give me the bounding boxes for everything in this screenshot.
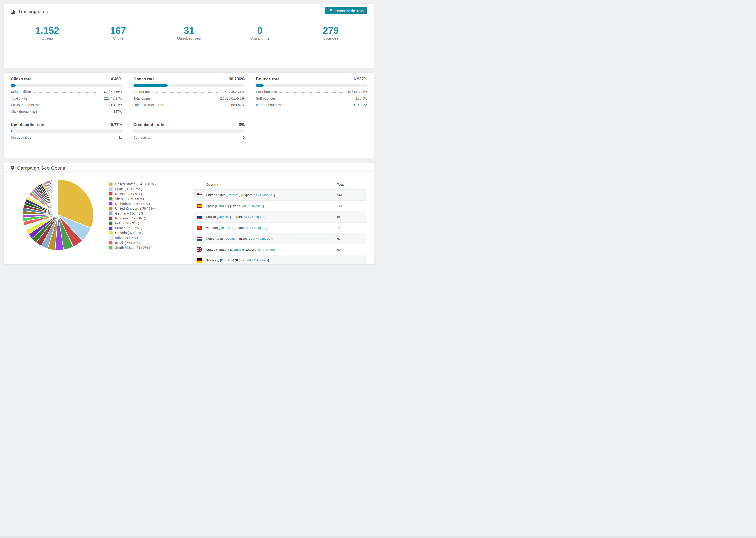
export-icon [329, 9, 333, 13]
legend-label: Russia ( 86 / 5% ) [115, 192, 142, 196]
stat-value: 167 [83, 26, 153, 35]
progress-bar-fill [134, 83, 168, 87]
legend-item: Canada ( 40 / 2% ) [109, 231, 156, 236]
export-basic-stats-button[interactable]: Export basic stats [325, 7, 367, 14]
total-cell: 67 [337, 237, 366, 241]
rate-stat-row: Unsubscribes31 [11, 135, 122, 139]
details-link[interactable]: Details › [220, 226, 232, 230]
legend-label: United States ( 541 / 31% ) [115, 182, 156, 186]
details-link[interactable]: Details › [225, 237, 237, 241]
stat-value: 0 [225, 26, 295, 35]
legend-swatch [109, 202, 113, 206]
country-flag-icon-vn [196, 226, 202, 230]
legend-label: Spain ( 121 / 7% ) [115, 187, 142, 191]
details-link[interactable]: Details › [221, 259, 233, 262]
rate-stat-row: Opens to clicks rate689.82% [134, 103, 244, 107]
rate-rows: Hard bounces242 / 86.738%Soft bounces18 … [256, 89, 367, 107]
stat-box: 31Unsubscribes [154, 19, 225, 52]
stat-label: Bounces [296, 36, 366, 41]
rate-stat-value: 4.147% [111, 110, 122, 113]
column-header-total: Total [337, 183, 366, 187]
rate-stat-value: 18 / 0% [356, 96, 367, 100]
legend-item: Netherlands ( 67 / 4% ) [109, 201, 156, 206]
table-row: Germany [Details ›] [Export: All › / Uni… [193, 255, 366, 265]
export-all-link[interactable]: All › [253, 193, 259, 197]
legend-swatch [109, 231, 113, 235]
rate-block-header: Complaints rate0% [134, 123, 244, 127]
details-link[interactable]: Details › [231, 248, 243, 251]
rate-stat-label: Unique clicks [11, 90, 31, 94]
export-all-link[interactable]: All › [247, 259, 253, 262]
legend-item: Vietnam ( 79 / 5% ) [109, 196, 156, 201]
rate-stat-value: 167 / 4.456% [102, 90, 122, 94]
export-unique-link[interactable]: Unique › [260, 237, 272, 241]
export-unique-link[interactable]: Unique › [250, 204, 263, 208]
rate-stat-label: Complaints [134, 136, 150, 139]
export-unique-link[interactable]: Unique › [252, 215, 265, 219]
rate-stat-value: 19 / 6.81% [351, 103, 367, 107]
rate-block-header: Unsubscribe rate0.77% [11, 123, 122, 127]
export-all-link[interactable]: All › [251, 237, 257, 241]
legend-label: Canada ( 40 / 2% ) [115, 231, 143, 235]
export-all-link[interactable]: All › [245, 226, 251, 230]
rate-stat-value: 220 / 5.87% [104, 96, 122, 100]
legend-item: Spain ( 121 / 7% ) [109, 187, 156, 191]
rate-value: 4.46% [111, 77, 122, 81]
geo-opens-pie-chart[interactable] [22, 178, 94, 251]
legend-label: Romania ( 49 / 3% ) [115, 216, 145, 220]
export-unique-link[interactable]: Unique › [254, 226, 266, 230]
table-header-row: Country Total [193, 179, 366, 190]
progress-bar [256, 83, 367, 87]
legend-item: Brazil ( 33 / 2% ) [109, 241, 156, 245]
country-flag-icon-ru [196, 215, 202, 219]
stat-label: Complaints [225, 36, 295, 41]
legend-swatch [109, 221, 113, 225]
country-flag-icon-nl [196, 237, 202, 241]
export-unique-link[interactable]: Unique › [255, 259, 268, 262]
export-all-link[interactable]: All › [244, 215, 249, 219]
legend-item: France ( 42 / 2% ) [109, 226, 156, 231]
export-all-link[interactable]: All › [257, 248, 262, 251]
stat-box: 1,152Opens [12, 19, 83, 52]
total-cell: 541 [337, 193, 366, 197]
pie-slice[interactable] [58, 179, 58, 215]
progress-bar-fill [11, 129, 12, 133]
export-all-link[interactable]: All › [242, 204, 248, 208]
rate-stat-value: 14.497% [109, 103, 122, 107]
table-row: Russia [Details ›] [Export: All › / Uniq… [193, 211, 366, 223]
geo-opens-title: Campaign Geo Opens [17, 166, 65, 171]
dotted-leader [283, 106, 349, 106]
column-header-country: Country [206, 183, 218, 187]
details-link[interactable]: Details › [216, 204, 228, 208]
progress-bar-fill [256, 83, 264, 87]
stat-label: Opens [12, 36, 82, 41]
country-cell: Russia [Details ›] [Export: All › / Uniq… [206, 215, 266, 219]
rate-block: Clicks rate4.46%Unique clicks167 / 4.456… [11, 77, 122, 116]
stat-value: 31 [154, 26, 225, 35]
dotted-leader [29, 99, 102, 99]
legend-label: United Kingdom ( 59 / 3% ) [115, 207, 156, 210]
rate-block: Unsubscribe rate0.77%Unsubscribes31 [11, 123, 122, 161]
country-cell: Spain [Details ›] [Export: All › / Uniqu… [206, 204, 264, 208]
rate-stat-label: Total opens [134, 96, 151, 100]
legend-swatch [109, 245, 113, 249]
rate-block: Complaints rate0%Complaints0 [134, 123, 244, 161]
stat-value: 279 [296, 26, 366, 35]
country-cell: United Kingdom [Details ›] [Export: All … [206, 248, 279, 251]
table-row: Spain [Details ›] [Export: All › / Uniqu… [193, 201, 366, 212]
dotted-leader [33, 138, 117, 138]
legend-item: India ( 46 / 3% ) [109, 221, 156, 226]
export-unique-link[interactable]: Unique › [262, 193, 274, 197]
legend-label: Germany ( 55 / 3% ) [115, 211, 145, 215]
rate-value: 30.736% [229, 77, 244, 81]
details-link[interactable]: Details › [218, 215, 230, 219]
pie-legend: United States ( 541 / 31% )Spain ( 121 /… [109, 182, 156, 250]
export-unique-link[interactable]: Unique › [265, 248, 278, 251]
country-flag-icon-us [196, 193, 202, 197]
details-link[interactable]: Details › [228, 193, 240, 197]
dotted-leader [33, 92, 100, 93]
legend-swatch [109, 192, 113, 196]
legend-label: India ( 46 / 3% ) [115, 221, 139, 225]
rate-stat-value: 31 [118, 136, 122, 139]
dotted-leader [152, 138, 241, 138]
